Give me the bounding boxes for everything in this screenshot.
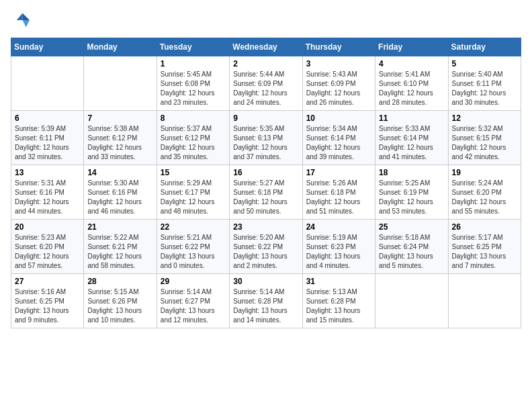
- header-cell-sunday: Sunday: [11, 38, 84, 56]
- header-cell-wednesday: Wednesday: [230, 38, 302, 56]
- day-number: 7: [87, 113, 152, 123]
- day-info: Sunrise: 5:30 AMSunset: 6:16 PMDaylight:…: [87, 179, 152, 216]
- week-row-1: 1Sunrise: 5:45 AMSunset: 6:08 PMDaylight…: [11, 56, 521, 111]
- day-cell: 15Sunrise: 5:29 AMSunset: 6:17 PMDayligh…: [157, 165, 229, 220]
- day-info: Sunrise: 5:27 AMSunset: 6:18 PMDaylight:…: [233, 179, 298, 216]
- calendar-body: 1Sunrise: 5:45 AMSunset: 6:08 PMDaylight…: [11, 56, 521, 328]
- day-info: Sunrise: 5:31 AMSunset: 6:16 PMDaylight:…: [15, 179, 80, 216]
- day-cell: [448, 274, 521, 328]
- day-cell: 19Sunrise: 5:24 AMSunset: 6:20 PMDayligh…: [448, 165, 521, 220]
- day-cell: 20Sunrise: 5:23 AMSunset: 6:20 PMDayligh…: [11, 220, 84, 274]
- day-number: 26: [452, 222, 517, 232]
- day-number: 9: [233, 113, 298, 123]
- day-number: 21: [87, 222, 152, 232]
- week-row-2: 6Sunrise: 5:39 AMSunset: 6:11 PMDaylight…: [11, 111, 521, 165]
- day-info: Sunrise: 5:22 AMSunset: 6:21 PMDaylight:…: [87, 233, 152, 271]
- day-cell: 21Sunrise: 5:22 AMSunset: 6:21 PMDayligh…: [84, 220, 157, 274]
- day-cell: [84, 56, 157, 111]
- day-cell: 17Sunrise: 5:26 AMSunset: 6:18 PMDayligh…: [302, 165, 375, 220]
- day-cell: 4Sunrise: 5:41 AMSunset: 6:10 PMDaylight…: [375, 56, 448, 111]
- day-info: Sunrise: 5:17 AMSunset: 6:25 PMDaylight:…: [452, 233, 517, 271]
- day-info: Sunrise: 5:32 AMSunset: 6:15 PMDaylight:…: [452, 124, 517, 162]
- day-cell: 26Sunrise: 5:17 AMSunset: 6:25 PMDayligh…: [448, 220, 521, 274]
- day-number: 11: [379, 113, 444, 123]
- logo-icon: [11, 11, 30, 30]
- week-row-3: 13Sunrise: 5:31 AMSunset: 6:16 PMDayligh…: [11, 165, 521, 220]
- header-cell-monday: Monday: [84, 38, 157, 56]
- day-cell: 9Sunrise: 5:35 AMSunset: 6:13 PMDaylight…: [230, 111, 302, 165]
- day-cell: 13Sunrise: 5:31 AMSunset: 6:16 PMDayligh…: [11, 165, 84, 220]
- day-number: 17: [306, 168, 371, 177]
- day-number: 12: [452, 113, 517, 123]
- day-info: Sunrise: 5:13 AMSunset: 6:28 PMDaylight:…: [306, 287, 371, 325]
- day-info: Sunrise: 5:14 AMSunset: 6:27 PMDaylight:…: [161, 287, 226, 325]
- day-info: Sunrise: 5:16 AMSunset: 6:25 PMDaylight:…: [15, 287, 80, 325]
- day-cell: 12Sunrise: 5:32 AMSunset: 6:15 PMDayligh…: [448, 111, 521, 165]
- day-cell: [375, 274, 448, 328]
- header-cell-thursday: Thursday: [302, 38, 375, 56]
- page-header: [11, 11, 521, 30]
- day-number: 19: [452, 168, 517, 177]
- day-info: Sunrise: 5:25 AMSunset: 6:19 PMDaylight:…: [379, 179, 444, 216]
- day-info: Sunrise: 5:40 AMSunset: 6:11 PMDaylight:…: [452, 70, 517, 107]
- day-cell: 2Sunrise: 5:44 AMSunset: 6:09 PMDaylight…: [230, 56, 302, 111]
- day-number: 25: [379, 222, 444, 232]
- day-number: 24: [306, 222, 371, 232]
- header-cell-tuesday: Tuesday: [157, 38, 229, 56]
- day-cell: 18Sunrise: 5:25 AMSunset: 6:19 PMDayligh…: [375, 165, 448, 220]
- day-number: 16: [233, 168, 298, 177]
- day-cell: 31Sunrise: 5:13 AMSunset: 6:28 PMDayligh…: [302, 274, 375, 328]
- calendar-table: SundayMondayTuesdayWednesdayThursdayFrid…: [11, 38, 521, 328]
- day-cell: 14Sunrise: 5:30 AMSunset: 6:16 PMDayligh…: [84, 165, 157, 220]
- day-cell: 1Sunrise: 5:45 AMSunset: 6:08 PMDaylight…: [157, 56, 229, 111]
- day-cell: 27Sunrise: 5:16 AMSunset: 6:25 PMDayligh…: [11, 274, 84, 328]
- day-number: 8: [161, 113, 226, 123]
- day-info: Sunrise: 5:26 AMSunset: 6:18 PMDaylight:…: [306, 179, 371, 216]
- day-number: 27: [15, 277, 80, 286]
- day-cell: [11, 56, 84, 111]
- day-info: Sunrise: 5:38 AMSunset: 6:12 PMDaylight:…: [87, 124, 152, 162]
- day-info: Sunrise: 5:20 AMSunset: 6:22 PMDaylight:…: [233, 233, 298, 271]
- day-number: 4: [379, 59, 444, 68]
- day-number: 3: [306, 59, 371, 68]
- day-number: 30: [233, 277, 298, 286]
- day-cell: 6Sunrise: 5:39 AMSunset: 6:11 PMDaylight…: [11, 111, 84, 165]
- day-info: Sunrise: 5:21 AMSunset: 6:22 PMDaylight:…: [161, 233, 226, 271]
- day-number: 14: [87, 168, 152, 177]
- day-number: 31: [306, 277, 371, 286]
- day-info: Sunrise: 5:19 AMSunset: 6:23 PMDaylight:…: [306, 233, 371, 271]
- day-info: Sunrise: 5:43 AMSunset: 6:09 PMDaylight:…: [306, 70, 371, 107]
- day-info: Sunrise: 5:23 AMSunset: 6:20 PMDaylight:…: [15, 233, 80, 271]
- day-info: Sunrise: 5:15 AMSunset: 6:26 PMDaylight:…: [87, 287, 152, 325]
- day-number: 13: [15, 168, 80, 177]
- day-cell: 8Sunrise: 5:37 AMSunset: 6:12 PMDaylight…: [157, 111, 229, 165]
- day-info: Sunrise: 5:41 AMSunset: 6:10 PMDaylight:…: [379, 70, 444, 107]
- header-cell-saturday: Saturday: [448, 38, 521, 56]
- day-info: Sunrise: 5:18 AMSunset: 6:24 PMDaylight:…: [379, 233, 444, 271]
- day-cell: 24Sunrise: 5:19 AMSunset: 6:23 PMDayligh…: [302, 220, 375, 274]
- day-cell: 29Sunrise: 5:14 AMSunset: 6:27 PMDayligh…: [157, 274, 229, 328]
- day-info: Sunrise: 5:35 AMSunset: 6:13 PMDaylight:…: [233, 124, 298, 162]
- day-cell: 11Sunrise: 5:33 AMSunset: 6:14 PMDayligh…: [375, 111, 448, 165]
- day-number: 18: [379, 168, 444, 177]
- day-cell: 16Sunrise: 5:27 AMSunset: 6:18 PMDayligh…: [230, 165, 302, 220]
- day-info: Sunrise: 5:44 AMSunset: 6:09 PMDaylight:…: [233, 70, 298, 107]
- day-number: 15: [161, 168, 226, 177]
- calendar-header: SundayMondayTuesdayWednesdayThursdayFrid…: [11, 38, 521, 56]
- day-cell: 22Sunrise: 5:21 AMSunset: 6:22 PMDayligh…: [157, 220, 229, 274]
- day-info: Sunrise: 5:24 AMSunset: 6:20 PMDaylight:…: [452, 179, 517, 216]
- day-cell: 3Sunrise: 5:43 AMSunset: 6:09 PMDaylight…: [302, 56, 375, 111]
- header-cell-friday: Friday: [375, 38, 448, 56]
- day-info: Sunrise: 5:33 AMSunset: 6:14 PMDaylight:…: [379, 124, 444, 162]
- day-info: Sunrise: 5:37 AMSunset: 6:12 PMDaylight:…: [161, 124, 226, 162]
- day-cell: 30Sunrise: 5:14 AMSunset: 6:28 PMDayligh…: [230, 274, 302, 328]
- day-number: 20: [15, 222, 80, 232]
- day-number: 28: [87, 277, 152, 286]
- day-cell: 7Sunrise: 5:38 AMSunset: 6:12 PMDaylight…: [84, 111, 157, 165]
- day-number: 22: [161, 222, 226, 232]
- day-cell: 23Sunrise: 5:20 AMSunset: 6:22 PMDayligh…: [230, 220, 302, 274]
- day-info: Sunrise: 5:34 AMSunset: 6:14 PMDaylight:…: [306, 124, 371, 162]
- day-number: 2: [233, 59, 298, 68]
- day-number: 10: [306, 113, 371, 123]
- header-row: SundayMondayTuesdayWednesdayThursdayFrid…: [11, 38, 521, 56]
